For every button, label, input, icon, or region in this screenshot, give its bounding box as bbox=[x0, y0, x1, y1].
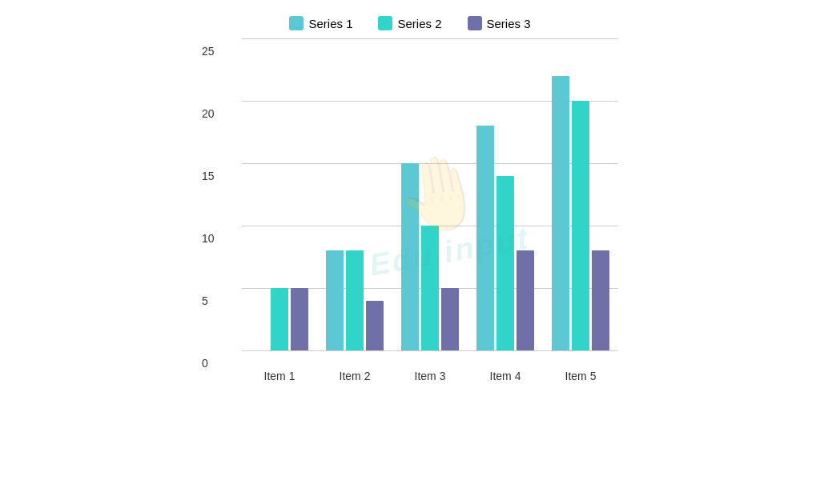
bar bbox=[291, 288, 308, 350]
chart-area: 🤚 Edu input 0510152025Item 1Item 2Item 3… bbox=[202, 38, 618, 382]
bar-group bbox=[401, 163, 459, 350]
y-axis-label: 0 bbox=[202, 357, 208, 370]
bar bbox=[517, 250, 534, 350]
bars-container bbox=[242, 38, 618, 350]
legend-label: Series 2 bbox=[397, 17, 441, 30]
legend-label: Series 1 bbox=[308, 17, 352, 30]
bar bbox=[421, 226, 439, 350]
x-axis-label: Item 3 bbox=[415, 370, 446, 382]
y-axis-label: 10 bbox=[202, 232, 215, 245]
bar bbox=[496, 176, 514, 350]
bar bbox=[552, 76, 569, 350]
legend-item: Series 2 bbox=[378, 16, 441, 30]
y-axis-label: 20 bbox=[202, 107, 215, 120]
bar-group bbox=[326, 250, 384, 350]
x-axis-label: Item 1 bbox=[264, 370, 295, 382]
chart-legend: Series 1Series 2Series 3 bbox=[289, 16, 530, 30]
legend-item: Series 3 bbox=[468, 16, 531, 30]
bar bbox=[346, 250, 364, 350]
x-axis-label: Item 2 bbox=[340, 370, 371, 382]
bar bbox=[476, 126, 494, 350]
legend-swatch bbox=[289, 16, 303, 30]
bar-group bbox=[476, 126, 534, 350]
grid-line bbox=[242, 350, 618, 351]
x-axis-label: Item 4 bbox=[490, 370, 521, 382]
legend-swatch bbox=[378, 16, 392, 30]
bar bbox=[366, 301, 384, 350]
x-axis-label: Item 5 bbox=[565, 370, 597, 382]
legend-swatch bbox=[468, 16, 482, 30]
bar bbox=[326, 250, 344, 350]
bar bbox=[271, 288, 288, 350]
y-axis-label: 25 bbox=[202, 45, 215, 58]
bar bbox=[572, 101, 589, 350]
y-axis-label: 15 bbox=[202, 170, 215, 182]
legend-label: Series 3 bbox=[487, 17, 531, 30]
bar-group bbox=[552, 76, 609, 350]
y-axis-label: 5 bbox=[202, 294, 208, 307]
bar-group bbox=[251, 288, 308, 350]
legend-item: Series 1 bbox=[289, 16, 352, 30]
bar bbox=[441, 288, 459, 350]
bar bbox=[592, 250, 609, 350]
bar bbox=[401, 163, 419, 350]
